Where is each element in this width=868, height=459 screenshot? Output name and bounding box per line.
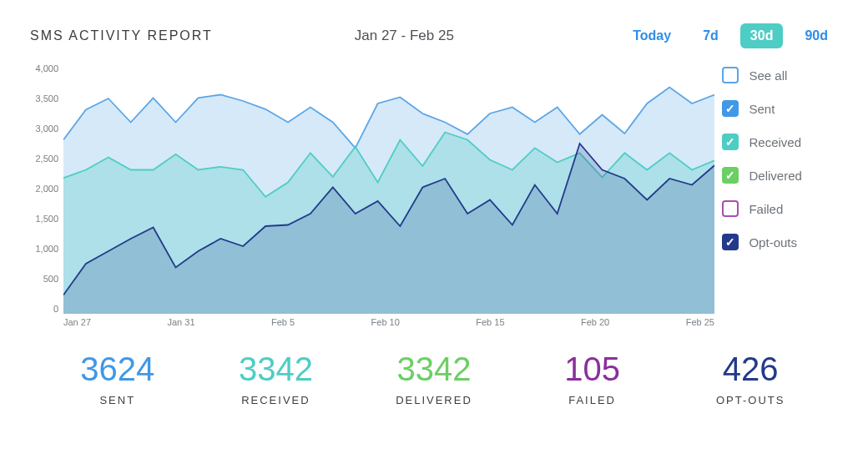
legend-label: See all [749,68,787,83]
x-tick: Jan 27 [63,317,91,327]
legend-label: Failed [749,202,783,216]
stat-value: 105 [513,352,672,386]
x-tick: Jan 31 [167,317,194,327]
range-picker-today[interactable]: Today [623,23,681,48]
legend-item-delivered[interactable]: Delivered [722,167,838,184]
stat-value: 3342 [355,352,513,386]
y-tick: 500 [30,274,58,284]
y-tick: 4,000 [30,63,58,73]
checkbox-icon [722,200,739,217]
range-picker-30d[interactable]: 30d [740,23,784,48]
legend-label: Opt-outs [749,235,797,250]
x-tick: Feb 5 [271,317,295,327]
stat-label: DELIVERED [355,394,513,406]
stat-label: FAILED [513,394,672,406]
stat-opt-outs: 426OPT-OUTS [671,352,830,406]
y-axis-ticks: 4,0003,5003,0002,5002,0001,5001,0005000 [30,63,58,314]
legend-item-opt-outs[interactable]: Opt-outs [722,234,838,250]
legend-item-sent[interactable]: Sent [722,100,838,117]
legend-item-received[interactable]: Received [722,134,838,150]
range-picker-90d[interactable]: 90d [795,23,838,48]
chart-svg [63,63,714,314]
x-tick: Feb 10 [371,317,400,327]
summary-stats: 3624SENT3342RECEIVED3342DELIVERED105FAIL… [30,352,838,406]
stat-value: 3624 [38,352,197,386]
y-tick: 0 [30,304,58,314]
date-range-label: Jan 27 - Feb 25 [355,28,454,44]
y-tick: 3,500 [30,93,58,103]
stat-label: SENT [38,394,197,406]
y-tick: 1,500 [30,214,58,224]
legend-item-see-all[interactable]: See all [722,67,838,83]
chart-area: 4,0003,5003,0002,5002,0001,5001,0005000 … [30,63,707,330]
checkbox-icon [722,100,739,117]
stat-delivered: 3342DELIVERED [355,352,513,406]
stat-received: 3342RECEIVED [197,352,356,406]
range-picker-7d[interactable]: 7d [693,23,729,48]
x-tick: Feb 25 [686,317,714,327]
stat-failed: 105FAILED [513,352,672,406]
page-title: SMS ACTIVITY REPORT [30,28,213,43]
chart-plot [63,63,714,314]
stat-value: 426 [671,352,830,386]
checkbox-icon [722,67,739,83]
stat-label: RECEIVED [197,394,356,406]
y-tick: 2,500 [30,154,58,164]
stat-sent: 3624SENT [38,352,197,406]
legend-label: Received [749,135,801,149]
y-tick: 1,000 [30,244,58,254]
x-tick: Feb 20 [581,317,609,327]
x-tick: Feb 15 [476,317,504,327]
stat-label: OPT-OUTS [671,394,830,406]
range-picker: Today7d30d90d [623,23,838,48]
checkbox-icon [722,234,739,250]
y-tick: 2,000 [30,184,58,194]
legend-item-failed[interactable]: Failed [722,200,838,217]
checkbox-icon [722,134,739,150]
legend-label: Delivered [749,169,801,183]
stat-value: 3342 [197,352,356,386]
chart-legend: See allSentReceivedDeliveredFailedOpt-ou… [722,63,838,330]
checkbox-icon [722,167,739,184]
legend-label: Sent [749,102,775,116]
y-tick: 3,000 [30,124,58,134]
x-axis-ticks: Jan 27Jan 31Feb 5Feb 10Feb 15Feb 20Feb 2… [63,317,714,327]
